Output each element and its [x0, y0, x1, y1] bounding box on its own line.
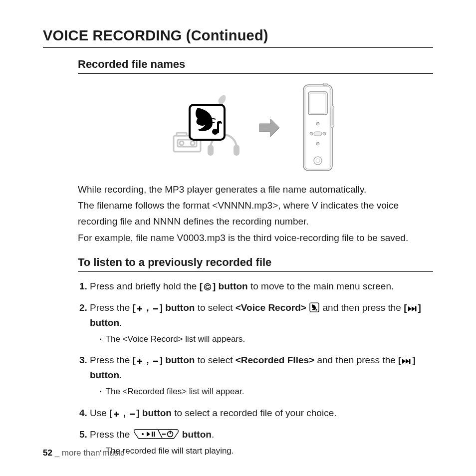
step-2: Press the [ , ] button to select <Voice … — [90, 300, 433, 346]
mp3-player-illustration — [297, 83, 339, 173]
steps-list: Press and briefly hold the [] button to … — [78, 279, 433, 458]
svg-rect-7 — [234, 145, 239, 156]
section-heading-listen-previous: To listen to a previously recorded file — [78, 255, 433, 272]
manual-page: VOICE RECORDING (Continued) Recorded fil… — [0, 0, 476, 476]
svg-point-42 — [142, 433, 144, 435]
sub-note: The <Voice Record> list will appears. — [100, 333, 433, 346]
step-4: Use [ , ] button to select a recorded fi… — [90, 406, 433, 420]
return-icon — [203, 283, 212, 291]
svg-rect-6 — [208, 145, 214, 156]
play-pause-power-button-icon — [133, 429, 179, 439]
minus-icon — [152, 305, 159, 312]
svg-rect-43 — [152, 432, 153, 437]
svg-rect-34 — [415, 306, 417, 311]
figure-row — [78, 83, 433, 173]
minus-icon — [129, 411, 136, 418]
svg-rect-38 — [409, 359, 411, 364]
svg-point-19 — [316, 122, 319, 125]
paragraph: The filename follows the format <VNNNN.m… — [78, 198, 433, 230]
page-footer: 52 _ more than music — [43, 448, 125, 459]
next-track-icon — [402, 358, 412, 365]
voice-record-icon — [172, 93, 241, 163]
plus-icon — [136, 305, 143, 312]
svg-point-23 — [316, 142, 319, 145]
svg-rect-44 — [154, 432, 155, 437]
minus-icon — [152, 358, 159, 365]
plus-icon — [113, 411, 120, 418]
svg-point-33 — [316, 309, 317, 311]
svg-point-3 — [180, 141, 184, 145]
step-5: Press the button. The recorded file will… — [90, 427, 433, 458]
voice-record-small-icon — [309, 302, 319, 312]
step-3: Press the [ , ] button to select <Record… — [90, 353, 433, 398]
svg-point-21 — [323, 132, 326, 135]
plus-icon — [136, 358, 143, 365]
section-heading-recorded-file-names: Recorded file names — [78, 57, 433, 74]
svg-rect-22 — [314, 132, 322, 136]
sub-note: The <Recorded files> list will appear. — [100, 385, 433, 398]
step-1: Press and briefly hold the [] button to … — [90, 279, 433, 293]
svg-rect-5 — [177, 133, 187, 136]
svg-rect-45 — [162, 434, 166, 435]
svg-rect-18 — [310, 93, 326, 113]
sub-note: The recorded file will start playing. — [100, 445, 433, 458]
page-title: VOICE RECORDING (Continued) — [43, 26, 433, 48]
svg-point-4 — [191, 141, 195, 145]
svg-rect-14 — [323, 83, 327, 86]
svg-point-25 — [316, 159, 320, 163]
footer-label: more than music — [62, 448, 125, 458]
paragraph: For example, file name V0003.mp3 is the … — [78, 230, 433, 246]
arrow-icon — [258, 117, 280, 139]
page-number: 52 — [43, 448, 52, 458]
paragraph: While recording, the MP3 player generate… — [78, 182, 433, 198]
next-track-icon — [408, 305, 418, 312]
svg-point-28 — [205, 283, 211, 290]
svg-point-20 — [310, 132, 313, 135]
